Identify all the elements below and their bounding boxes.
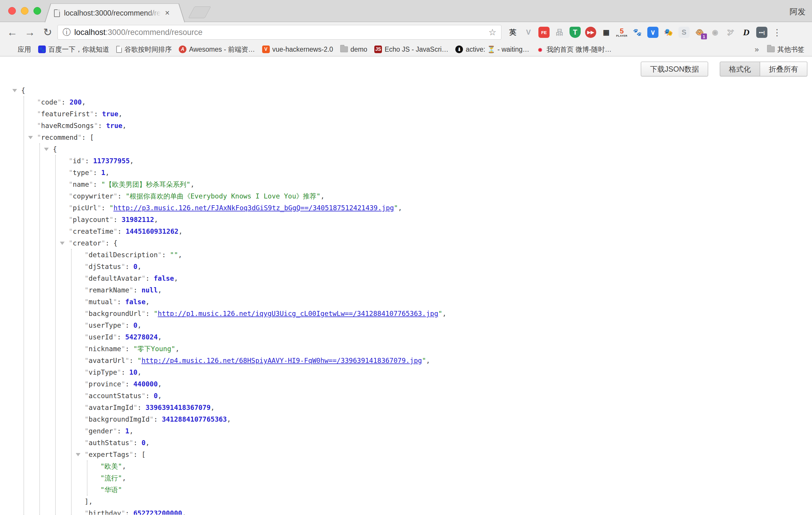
json-token: : [117,333,125,341]
json-token: "华语" [100,486,122,493]
json-token: "欧美" [100,462,122,470]
json-token: 0 [133,263,137,270]
collapse-toggle-icon[interactable] [44,148,49,151]
bookmark-google-sort[interactable]: 谷歌按时间排序 [113,45,175,54]
json-token: defaultAvatar [89,275,142,282]
collapse-toggle-icon[interactable] [28,136,33,139]
json-token: type [73,169,89,176]
json-line: { [0,85,812,96]
password-icon[interactable]: •••| [756,27,767,38]
bookmark-vue-hackernews[interactable]: Vvue-hackernews-2.0 [259,46,337,53]
json-token: : [61,98,69,106]
tampermonkey-shield-icon[interactable]: T [570,27,581,38]
monkey-icon[interactable]: 🐵1 [694,27,705,38]
bookmark-awesomes[interactable]: AAwesomes - 前端资… [175,45,259,54]
page-info-icon[interactable]: ⓘ [62,28,71,36]
paw-icon[interactable]: 🐾 [632,27,643,38]
format-button[interactable]: 格式化 [720,62,760,76]
json-token: " [113,228,117,235]
json-token: picUrl [73,204,97,212]
json-line: "mutual": false, [0,296,812,308]
json-token: " [85,251,89,259]
back-icon[interactable]: ← [5,27,20,37]
json-token: "流行" [100,474,122,482]
tab-close-icon[interactable]: × [165,9,170,17]
bookmark-baidu[interactable]: 🐾百度一下，你就知道 [35,45,113,54]
weibo-gray-icon[interactable]: ◉ [709,27,721,38]
d-letter-icon[interactable]: D [741,27,752,38]
json-token: , [175,345,179,353]
org-chart-icon[interactable]: 品 [554,27,565,38]
chrome-menu-icon[interactable]: ⋮ [773,27,781,37]
json-token: " [142,310,146,317]
json-token: 1445160931262 [126,228,178,235]
new-tab-button[interactable] [188,6,211,18]
json-url-link[interactable]: http://p3.music.126.net/FJAxNkFoq3dGiS9t… [113,204,394,212]
mask-icon[interactable]: 🎭 [663,27,674,38]
json-token: : [133,286,142,294]
bird-icon[interactable]: 🕊 [725,27,736,38]
html5-player-icon[interactable]: 5PLAYER [616,27,627,38]
json-url-link[interactable]: http://p4.music.126.net/68HSpiyAAVY-HI9-… [142,357,422,364]
collapse-toggle-icon[interactable] [76,453,81,456]
fe-icon[interactable]: FE [539,27,550,38]
bookmark-star-icon[interactable]: ☆ [489,28,496,37]
json-line: "expertTags": [ [0,449,812,460]
bookmark-favicon: 🐾 [38,46,46,53]
bookmark-active[interactable]: ⬇active: ⏳ - waiting… [452,46,533,53]
json-token: ], [85,498,93,505]
json-token: " [69,239,73,247]
json-token: " [129,286,133,294]
json-token: " [133,404,137,411]
bookmark-label: 百度一下，你就知道 [49,45,109,54]
json-token: , [178,251,182,259]
tab-title: localhost:3000/recommend/res [64,9,161,17]
minimize-window-button[interactable] [21,7,28,15]
json-token: , [137,321,142,329]
s-letter-icon[interactable]: S [678,27,690,38]
bookmark-weibo[interactable]: ◉我的首页 微博-随时… [533,45,615,54]
collapse-toggle-icon[interactable] [12,89,17,92]
translate-icon[interactable]: 英 [507,27,518,38]
download-json-button[interactable]: 下载JSON数据 [641,62,708,76]
json-token: " [85,286,89,294]
json-line: "createTime": 1445160931262, [0,226,812,237]
json-token: name [73,180,89,188]
json-token: : [129,357,137,364]
json-token: , [442,310,446,317]
json-token: : [162,251,170,259]
json-token: " [113,192,117,200]
browser-tab[interactable]: localhost:3000/recommend/res × [45,3,185,22]
download-arrows-icon[interactable]: ∨ [647,27,659,38]
bookmark-apps[interactable]: 应用 [4,45,35,54]
json-token: djStatus [89,263,121,270]
json-token: 440000 [133,380,157,388]
profile-name[interactable]: 阿发 [790,6,806,17]
other-bookmarks-folder[interactable]: 其他书签 [763,45,808,54]
bookmarks-overflow-icon[interactable]: » [750,45,763,54]
json-token: 10 [129,369,137,376]
json-token: { [21,87,25,94]
bookmark-echojs[interactable]: JSEcho JS - JavaScri… [371,46,452,53]
bookmark-demo[interactable]: demo [337,46,371,53]
json-line: "userType": 0, [0,319,812,331]
qrcode-icon[interactable]: ▦ [601,27,612,38]
json-token: : [117,427,125,435]
json-token: : [117,298,125,306]
json-line: "picUrl": "http://p3.music.126.net/FJAxN… [0,202,812,214]
json-token: "" [170,251,178,259]
vue-devtools-icon[interactable]: V [523,27,534,38]
forward-icon[interactable]: → [22,27,37,37]
video-speed-icon[interactable]: ▶▶ [585,27,596,38]
json-token: : [125,509,134,515]
address-bar[interactable]: ⓘ localhost:3000/recommend/resource ☆ [58,25,501,40]
json-token: " [109,216,113,224]
collapse-all-button[interactable]: 折叠所有 [760,62,807,76]
json-token: " [121,345,125,353]
close-window-button[interactable] [8,7,16,15]
fullscreen-window-button[interactable] [33,7,41,15]
collapse-toggle-icon[interactable] [60,241,65,245]
reload-icon[interactable]: ↻ [40,27,55,37]
json-token: , [157,286,162,294]
json-url-link[interactable]: http://p1.music.126.net/iqygU3Uicg_cL00I… [157,310,438,317]
